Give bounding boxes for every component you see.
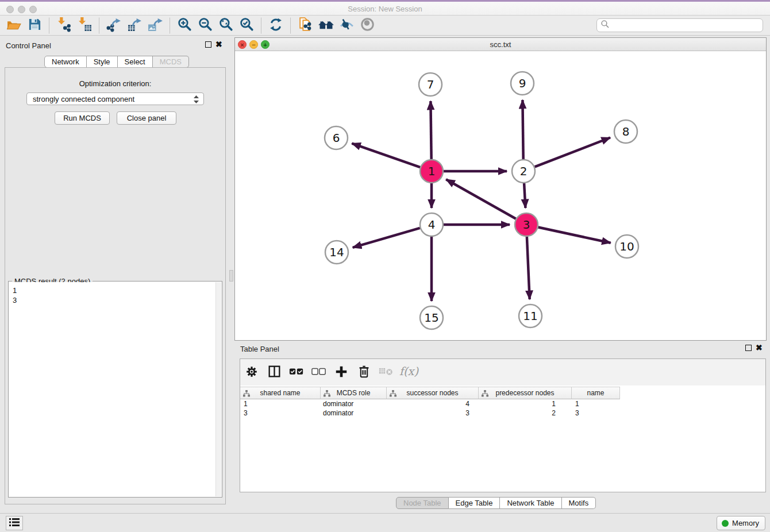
svg-text:1: 1 — [428, 164, 436, 178]
graph-node-6[interactable]: 6 — [325, 126, 348, 149]
graph-node-4[interactable]: 4 — [420, 213, 443, 236]
svg-text:4: 4 — [428, 218, 436, 232]
table-panel-float-icon[interactable] — [745, 345, 752, 351]
toolbar-separator — [99, 18, 99, 33]
table-panel-body: f(x) shared nameMCDS rolesuccessor nodes… — [240, 358, 766, 492]
tab-style[interactable]: Style — [87, 56, 118, 68]
close-panel-button[interactable]: Close panel — [117, 111, 176, 125]
open-folder-button[interactable] — [3, 17, 24, 34]
mcds-result-textarea[interactable]: 13 — [9, 282, 215, 496]
graph-edge-1-7[interactable] — [430, 101, 431, 159]
mcds-result-line: 3 — [13, 295, 212, 305]
graph-node-1[interactable]: 1 — [420, 160, 443, 183]
column-header-name[interactable]: name — [572, 387, 620, 399]
control-panel-float-icon[interactable] — [205, 41, 211, 48]
function-builder-button[interactable]: f(x) — [401, 364, 417, 380]
export-table-button[interactable] — [124, 17, 145, 34]
graph-edge-3-1[interactable] — [446, 179, 515, 219]
table-panel-tabs: Node TableEdge TableNetwork TableMotifs — [396, 497, 596, 509]
graph-edge-2-3[interactable] — [524, 183, 525, 208]
task-history-button[interactable] — [6, 516, 23, 530]
optimization-criterion-select[interactable]: strongly connected component — [26, 92, 204, 105]
zoom-fit-button[interactable] — [215, 17, 236, 34]
svg-text:14: 14 — [329, 245, 344, 259]
column-header-predecessor-nodes[interactable]: predecessor nodes — [479, 387, 572, 399]
graph-node-9[interactable]: 9 — [511, 72, 534, 95]
deselect-all-button[interactable] — [311, 364, 327, 380]
hide-details-icon — [339, 17, 355, 34]
graph-edge-3-11[interactable] — [527, 237, 530, 299]
graph-node-11[interactable]: 11 — [519, 304, 542, 327]
toolbar-separator — [170, 18, 170, 33]
graph-node-14[interactable]: 14 — [325, 241, 348, 264]
gear-button[interactable] — [244, 364, 260, 380]
delete-column-button[interactable] — [356, 364, 372, 380]
tab-network-table[interactable]: Network Table — [500, 497, 561, 509]
tab-network[interactable]: Network — [44, 56, 87, 68]
graph-edge-2-8[interactable] — [535, 138, 610, 167]
show-details-icon — [360, 17, 375, 34]
search-input[interactable] — [610, 20, 763, 31]
tab-select[interactable]: Select — [118, 56, 153, 68]
tab-edge-table[interactable]: Edge Table — [449, 497, 500, 509]
mcds-result-scrollbar[interactable] — [215, 282, 221, 496]
delete-column-icon — [357, 365, 371, 380]
show-details-button[interactable] — [357, 17, 378, 34]
svg-text:2: 2 — [520, 164, 528, 178]
svg-text:3: 3 — [523, 218, 530, 232]
svg-text:6: 6 — [333, 131, 340, 145]
columns-button[interactable] — [266, 364, 282, 380]
copy-network-button[interactable] — [295, 17, 315, 34]
graph-node-7[interactable]: 7 — [419, 73, 442, 96]
refresh-layout-icon — [268, 17, 283, 34]
refresh-layout-button[interactable] — [265, 17, 286, 34]
add-column-button[interactable] — [333, 364, 349, 380]
graph-edge-3-10[interactable] — [538, 228, 611, 243]
zoom-out-icon — [198, 17, 213, 34]
tab-mcds[interactable]: MCDS — [153, 56, 189, 68]
search-box[interactable] — [596, 18, 763, 32]
zoom-selected-icon — [239, 17, 255, 34]
table-row[interactable]: 3dominator323 — [240, 408, 765, 418]
control-panel-close-icon[interactable]: ✖ — [215, 41, 222, 48]
select-all-button[interactable] — [288, 364, 305, 380]
table-row[interactable]: 1dominator411 — [240, 399, 765, 408]
export-image-icon — [148, 17, 163, 34]
column-header-MCDS-role[interactable]: MCDS role — [321, 387, 387, 399]
run-mcds-button[interactable]: Run MCDS — [55, 111, 110, 125]
memory-button[interactable]: Memory — [717, 516, 765, 530]
graph-node-15[interactable]: 15 — [420, 306, 443, 329]
network-canvas[interactable]: 7968124314101511 — [235, 51, 766, 340]
import-table-button[interactable] — [74, 17, 95, 34]
table-cell: 1 — [240, 399, 321, 408]
delete-table-button[interactable] — [378, 364, 394, 380]
svg-text:15: 15 — [424, 311, 438, 325]
zoom-selected-button[interactable] — [236, 17, 257, 34]
column-header-shared-name[interactable]: shared name — [240, 387, 321, 399]
graph-node-2[interactable]: 2 — [512, 160, 535, 183]
svg-text:8: 8 — [622, 125, 630, 138]
home-button[interactable] — [315, 17, 336, 34]
graph-node-10[interactable]: 10 — [615, 235, 638, 258]
graph-node-8[interactable]: 8 — [614, 120, 637, 143]
graph-node-3[interactable]: 3 — [515, 213, 538, 236]
hide-details-button[interactable] — [336, 17, 357, 34]
export-image-button[interactable] — [145, 17, 165, 34]
table-panel-close-icon[interactable]: ✖ — [756, 345, 763, 351]
graph-edge-1-6[interactable] — [352, 144, 420, 168]
export-network-button[interactable] — [103, 17, 124, 34]
table-cell: 1 — [479, 399, 572, 408]
list-icon — [9, 518, 20, 529]
zoom-out-button[interactable] — [195, 17, 215, 34]
column-header-successor-nodes[interactable]: successor nodes — [387, 387, 479, 399]
graph-edge-4-14[interactable] — [353, 228, 420, 248]
save-button[interactable] — [24, 17, 45, 34]
tab-motifs[interactable]: Motifs — [562, 497, 596, 509]
zoom-in-button[interactable] — [174, 17, 195, 34]
tab-node-table[interactable]: Node Table — [396, 497, 449, 509]
graph-edge-2-9[interactable] — [522, 100, 523, 159]
pane-divider-grip[interactable] — [229, 270, 233, 282]
import-network-button[interactable] — [53, 17, 74, 34]
columns-icon — [268, 365, 281, 380]
search-icon — [600, 20, 610, 31]
